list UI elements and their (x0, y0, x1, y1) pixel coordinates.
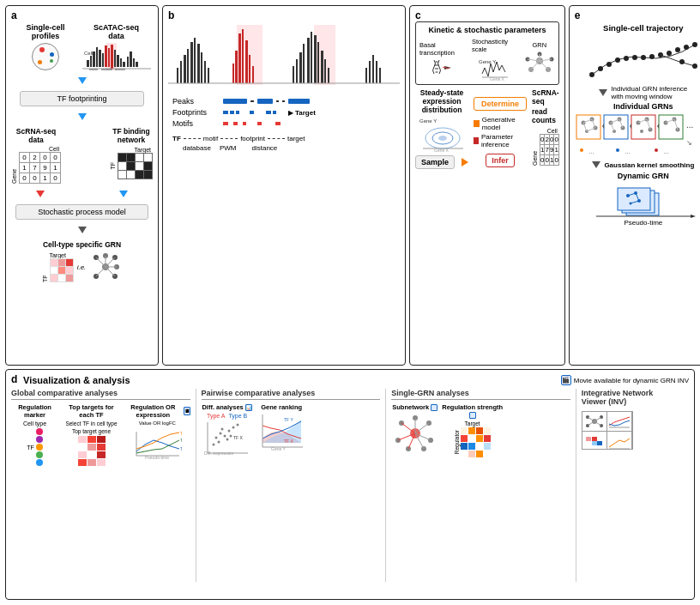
svg-point-98 (598, 66, 603, 71)
kinetic-box: Kinetic & stochastic parameters Basal tr… (415, 21, 559, 85)
svg-text:TF X: TF X (233, 435, 243, 440)
panel-c: c Kinetic & stochastic parameters Basal … (409, 5, 565, 366)
single-cell-title: Single-cellprofiles (26, 23, 64, 40)
svg-marker-164 (691, 215, 696, 218)
svg-rect-51 (242, 29, 244, 83)
individual-grn-inference-label: Individual GRN inference with moving win… (599, 85, 687, 100)
svg-point-111 (692, 64, 697, 69)
svg-rect-47 (208, 68, 209, 83)
stochastic-model-box: Stochastic process model (15, 204, 148, 220)
svg-point-109 (692, 42, 697, 47)
merge-arrows (11, 189, 153, 199)
grn-label: GRN (533, 41, 547, 49)
grn-mini-icon (524, 51, 555, 78)
svg-rect-129 (631, 115, 655, 139)
svg-point-97 (589, 72, 594, 77)
svg-rect-43 (194, 38, 196, 83)
svg-point-103 (641, 55, 646, 60)
svg-rect-52 (245, 40, 248, 83)
trajectory-top-viz (583, 36, 700, 83)
svg-rect-40 (184, 55, 186, 83)
panel-d-header: Visualization & analysis 🎬 Movie availab… (23, 375, 689, 385)
legend-items: Generative model Parameter inference (474, 116, 527, 148)
svg-rect-66 (365, 68, 367, 83)
svg-text:TF Z: TF Z (180, 438, 182, 443)
top-targets: Top targets for each TF Select TF in cel… (63, 403, 119, 466)
svg-line-86 (531, 61, 540, 70)
svg-point-173 (215, 437, 218, 439)
svg-rect-69 (376, 61, 377, 83)
svg-rect-10 (114, 50, 116, 67)
panel-b-label: b (168, 9, 174, 21)
svg-point-99 (606, 62, 612, 67)
arrow-tf-footprinting (11, 76, 153, 86)
svg-rect-59 (307, 38, 310, 83)
svg-rect-16 (133, 58, 135, 67)
single-grn-analyses: Single-GRN analyses Subnetwork (391, 389, 570, 582)
svg-text:TF Y: TF Y (284, 417, 293, 422)
svg-point-149 (616, 148, 619, 152)
svg-rect-48 (232, 64, 234, 83)
diff-scatter-plot: Diff. expression Diff. regulation TF X (203, 420, 250, 457)
svg-text:Cell1: Cell1 (84, 51, 96, 56)
svg-line-201 (415, 423, 429, 433)
svg-rect-39 (180, 61, 182, 83)
gene-ranking-chart: TF X TF Y Gene Y (258, 413, 305, 451)
svg-point-107 (675, 47, 680, 52)
svg-point-94 (438, 136, 447, 141)
determine-infer-section: Determine Generative model Parameter inf… (474, 97, 527, 167)
scrna-matrix: Cell Gene 0200 1791 0010 (11, 146, 61, 184)
panel-e-label: e (575, 9, 581, 21)
svg-rect-1 (87, 60, 89, 67)
panel-a: a Single-cellprofiles (5, 5, 159, 366)
svg-point-181 (232, 427, 235, 429)
or-expression-chart: TF X TF Y TF Z Pseudo-time (132, 427, 182, 460)
movie-note: 🎬 Movie available for dynamic GRN INV (561, 375, 689, 385)
svg-rect-155 (618, 188, 650, 210)
tf-binding-title: TF bindingnetwork (112, 127, 149, 144)
svg-text:Gene X: Gene X (434, 148, 450, 153)
svg-rect-7 (105, 45, 107, 67)
vis-analysis-title: Visualization & analysis (23, 375, 130, 385)
svg-point-180 (228, 430, 231, 433)
svg-point-182 (230, 435, 232, 438)
regulation-or-expression: Regulation OR expression 🖥 Value OR logF… (124, 403, 190, 466)
analysis-sections: Global comparative analyses Regulation m… (11, 389, 689, 582)
regulation-marker: Regulation marker Cell type TF (11, 403, 58, 466)
svg-rect-13 (123, 62, 125, 67)
cell-icon (32, 43, 59, 70)
arrow-down-1 (11, 112, 153, 122)
svg-rect-63 (321, 51, 323, 83)
cell-type-grn: Cell-type specific GRN Target TF (11, 240, 153, 283)
svg-marker-145 (657, 124, 659, 129)
scatac-viz: Cell1 (82, 43, 151, 70)
individual-grns-viz: ... ↘ … … … (575, 111, 700, 158)
svg-point-175 (218, 441, 220, 444)
svg-rect-17 (136, 62, 138, 67)
svg-rect-62 (317, 42, 319, 83)
svg-rect-53 (249, 55, 250, 83)
peaks-legend: Peaks Footprints (168, 97, 400, 128)
divider-2 (385, 389, 386, 582)
steady-state-section: Steady-state expression distribution Gen… (419, 88, 466, 153)
pseudo-time-label: Pseudo-time (575, 219, 700, 227)
svg-text:Gene X: Gene X (490, 76, 505, 81)
gene-ranking: Gene ranking (258, 403, 305, 457)
grn-network-icon (89, 251, 122, 283)
svg-rect-57 (299, 52, 302, 83)
determine-box: Determine (474, 97, 527, 111)
subnetwork-viz (391, 413, 438, 454)
svg-point-151 (655, 148, 658, 152)
svg-point-176 (224, 435, 226, 438)
svg-text:...: ... (686, 120, 693, 130)
tf-distance-legend: TF motif footprint target database PWM d… (168, 135, 400, 152)
svg-point-104 (649, 54, 655, 59)
dynamic-grn-label: Dynamic GRN (618, 172, 669, 180)
svg-rect-46 (204, 61, 206, 83)
arrow-stochastic-down (11, 225, 153, 235)
tf-binding-matrix: Target TF (110, 147, 153, 179)
infer-box: Infer (486, 154, 515, 167)
svg-text:Pseudo-time: Pseudo-time (145, 455, 169, 460)
svg-rect-8 (108, 48, 110, 67)
stochasticity-label: Stochasticity scale (472, 38, 519, 53)
